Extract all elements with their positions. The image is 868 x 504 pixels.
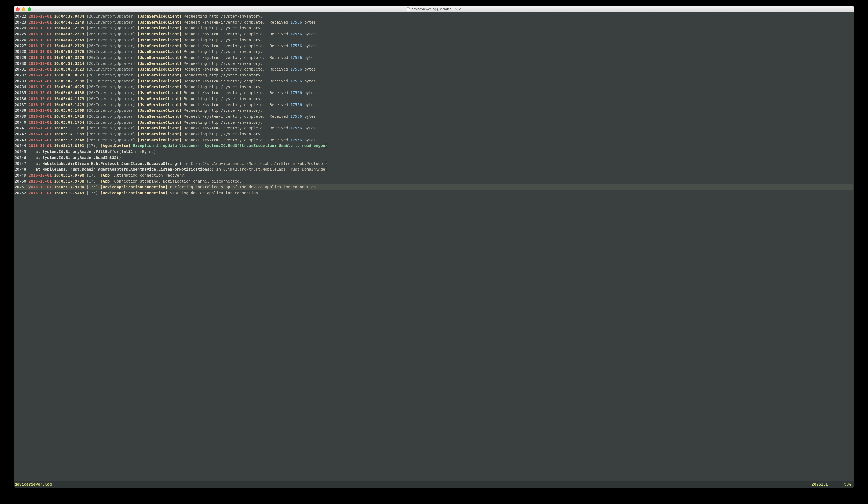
log-message: Request /system-inventory complete. [184,126,265,130]
log-message: Request /system-inventory complete. [184,20,265,24]
received-label: Received [265,79,290,83]
log-date: 2016-10-01 [29,20,52,24]
log-thread: [26:InventoryUpdater] [86,14,135,19]
log-service: [JsonServiceClient] [137,132,182,136]
log-date: 2016-10-01 [29,191,52,195]
log-thread: [26:InventoryUpdater] [86,44,135,48]
line-number: 20732 [15,73,26,77]
log-thread: [26:InventoryUpdater] [86,55,135,60]
log-line: 20730 2016-10-01 16:04:59.3314 [26:Inven… [15,61,853,67]
line-number: 20747 [15,162,26,166]
log-service: [JsonServiceClient] [137,91,182,95]
log-date: 2016-10-01 [29,73,52,77]
log-message: Requesting http /system-inventory. [184,73,262,77]
log-service: [JsonServiceClient] [137,138,182,142]
exception-message: Exception in update listener: System.IO.… [133,144,325,148]
trace-path: in C:\ml2\src\trust\MobileLabs.Trust.Dom… [214,167,325,172]
log-thread: [17:] [86,144,98,148]
received-label: Received [265,103,290,107]
log-line: 20747 at MobileLabs.AirStream.Hub.Protoc… [15,161,853,167]
log-line: 20726 2016-10-01 16:04:47.2349 [26:Inven… [15,37,853,43]
log-service: [App] [100,173,112,177]
log-message: Request /system-inventory complete. [184,138,265,142]
line-number: 20750 [15,179,26,183]
line-number: 20725 [15,32,26,36]
log-thread: [26:InventoryUpdater] [86,20,135,24]
log-service: [JsonServiceClient] [137,20,182,24]
log-thread: [26:InventoryUpdater] [86,120,135,124]
vim-editor[interactable]: 20722 2016-10-01 16:04:39.0434 [26:Inven… [13,12,855,481]
line-number: 20733 [15,79,26,83]
minimize-icon[interactable] [22,7,25,11]
line-number: 20751 [15,185,26,189]
byte-count: 17556 [290,55,302,60]
bytes-label: bytes. [302,103,318,107]
log-date: 2016-10-01 [29,14,52,19]
log-thread: [26:InventoryUpdater] [86,132,135,136]
log-line: 20722 2016-10-01 16:04:39.0434 [26:Inven… [15,13,853,20]
line-number: 20737 [15,103,26,107]
log-date: 2016-10-01 [29,91,52,95]
log-date: 016-10-01 [31,185,52,189]
byte-count: 17556 [290,103,302,107]
line-number: 20742 [15,132,26,136]
log-service: [JsonServiceClient] [137,126,182,130]
line-number: 20723 [15,20,26,24]
log-time: 16:05:00.8623 [54,73,84,77]
received-label: Received [265,20,290,24]
mac-window: deviceViewer.log (~/scratch) - VIM 20722… [13,6,855,488]
byte-count: 17556 [290,32,302,36]
log-line: 20748 at MobileLabs.Trust.Domain.AgentAd… [15,166,853,173]
zoom-icon[interactable] [28,7,31,11]
line-number: 20724 [15,26,26,30]
log-thread: [26:InventoryUpdater] [86,38,135,42]
log-message: Requesting http /system-inventory. [184,26,262,30]
log-thread: [26:InventoryUpdater] [86,61,135,66]
bytes-label: bytes. [302,32,318,36]
close-icon[interactable] [16,7,20,11]
trace-frame: MobileLabs.AirStream.Hub.Protocol.JsonCl… [43,162,182,166]
log-line: 20723 2016-10-01 16:04:40.2249 [26:Inven… [15,20,853,25]
log-line: 20750 2016-10-01 16:05:17.9790 [17:] [Ap… [15,178,853,184]
line-number: 20748 [15,167,26,172]
log-thread: [26:InventoryUpdater] [86,67,135,71]
log-message: Request /system-inventory complete. [184,55,265,60]
log-thread: [17:] [86,173,98,177]
log-thread: [26:InventoryUpdater] [86,108,135,113]
log-time: 16:05:07.1718 [54,114,84,119]
log-time: 16:05:00.3923 [54,67,84,71]
document-icon [407,7,410,11]
log-thread: [17:] [86,179,98,183]
log-line: 20744 2016-10-01 16:05:17.8191 [17:] [Ag… [15,143,853,149]
log-time: 16:05:17.9790 [54,185,84,189]
vim-statusline: deviceViewer.log 20751,1 99% [13,481,855,488]
log-line: 20728 2016-10-01 16:04:53.2775 [26:Inven… [15,49,853,55]
log-line: 20731 2016-10-01 16:05:00.3923 [26:Inven… [15,66,853,72]
log-service: [JsonServiceClient] [137,103,182,107]
log-thread: [26:InventoryUpdater] [86,79,135,83]
line-number: 20746 [15,155,26,160]
log-thread: [26:InventoryUpdater] [86,26,135,30]
log-line: 20734 2016-10-01 16:05:02.4925 [26:Inven… [15,84,853,90]
status-percent: 99% [844,481,851,487]
log-thread: [17:] [86,191,98,195]
log-line: 20746 at System.IO.BinaryReader.ReadInt3… [15,155,853,161]
line-number: 20726 [15,38,26,42]
log-line: 20732 2016-10-01 16:05:00.8623 [26:Inven… [15,72,853,79]
bytes-label: bytes. [302,138,318,142]
line-continuation-icon: > [325,144,328,148]
titlebar: deviceViewer.log (~/scratch) - VIM [13,6,855,12]
log-date: 2016-10-01 [29,126,52,130]
log-date: 2016-10-01 [29,26,52,30]
log-time: 16:04:43.2313 [54,32,84,36]
line-number: 20752 [15,191,26,195]
log-thread: [26:InventoryUpdater] [86,49,135,54]
line-number: 20734 [15,85,26,89]
log-time: 16:05:17.8191 [54,144,84,148]
log-time: 16:05:17.9790 [54,179,84,183]
log-date: 2016-10-01 [29,38,52,42]
log-service: [JsonServiceClient] [137,120,182,124]
log-date: 2016-10-01 [29,32,52,36]
log-date: 2016-10-01 [29,79,52,83]
log-service: [JsonServiceClient] [137,38,182,42]
